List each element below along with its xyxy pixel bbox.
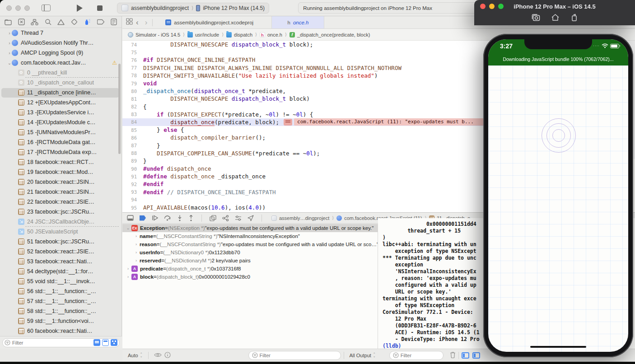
stack-frame-row[interactable]: 14 -[EXUpdatesModule c… [0, 117, 121, 127]
stop-button[interactable] [97, 5, 103, 11]
home-icon[interactable] [551, 14, 560, 21]
home-indicator[interactable] [530, 346, 586, 348]
continue-icon[interactable] [152, 215, 158, 221]
step-over-icon[interactable] [164, 215, 171, 221]
navigator-scrollbar[interactable] [118, 64, 121, 154]
line-number[interactable]: 91 [122, 174, 143, 179]
project-navigator-icon[interactable] [5, 19, 12, 25]
breakpoint-navigator-icon[interactable] [97, 19, 105, 25]
variables-scope-popup[interactable]: Auto ⌃⌄ [125, 353, 145, 358]
variable-row[interactable]: ›name = (__NSCFConstantString *) "NSInte… [122, 232, 378, 240]
disclosure-chevron-icon[interactable]: ⌄ [126, 226, 130, 230]
stack-frame-row[interactable]: 50 JSEvaluateScript [0, 227, 121, 237]
test-navigator-icon[interactable] [71, 19, 78, 25]
disclosure-chevron-icon[interactable]: › [134, 234, 138, 238]
stack-frame-row[interactable]: 57 std::__1::__function::_… [0, 296, 121, 306]
stack-frame-row[interactable]: 11 _dispatch_once [inline… [0, 88, 121, 98]
stack-frame-row[interactable]: 21 facebook::react::JSIN… [0, 187, 121, 197]
info-icon[interactable] [164, 352, 171, 359]
disclosure-chevron-icon[interactable]: › [7, 41, 12, 46]
thread-row[interactable]: ›Thread 7 [0, 28, 121, 38]
disclosure-chevron-icon[interactable]: › [134, 242, 138, 247]
line-number[interactable]: 84 [122, 119, 143, 125]
forward-button[interactable]: › [142, 19, 151, 26]
line-number[interactable]: 89 [122, 158, 143, 163]
variable-row[interactable]: ›userInfo = (__NSDictionary0 *) 0x1123db… [122, 248, 378, 257]
source-control-navigator-icon[interactable] [18, 19, 25, 25]
thread-row[interactable]: ⌄com.facebook.react.Jav…⚠ [0, 58, 121, 68]
disclosure-chevron-icon[interactable]: ⌄ [7, 61, 12, 65]
stack-frame-row[interactable]: 22 facebook::react::JSIE… [0, 197, 121, 207]
stack-frame-row[interactable]: 20 facebook::react::JSIN… [0, 177, 121, 187]
stack-frame-row[interactable]: 23 facebook::jsc::JSCRu… [0, 207, 121, 217]
breakpoints-toggle-icon[interactable] [140, 215, 146, 221]
zoom-button[interactable] [24, 5, 30, 11]
stack-frame-row[interactable]: 56 std::__1::__function::_… [0, 286, 121, 296]
stack-frame-row[interactable]: 55 void std::__1::__invok… [0, 276, 121, 286]
stack-view-toggle-icon[interactable] [102, 339, 109, 346]
stack-frame-row[interactable]: ⚙10 _dispatch_once_callout [0, 78, 121, 88]
line-number[interactable]: 94 [122, 197, 143, 202]
debug-navigator-icon[interactable] [84, 19, 91, 26]
variables-filter-input[interactable] [260, 353, 337, 358]
variable-row[interactable]: ›reason = (__NSCFConstantString *) "expo… [122, 240, 378, 248]
variables-panel-toggle-icon[interactable] [462, 352, 469, 359]
tab-once-h[interactable]: h once.h [272, 16, 324, 28]
line-number[interactable]: 92 [122, 182, 143, 187]
line-number[interactable]: 90 [122, 166, 143, 172]
quicklook-eye-icon[interactable] [154, 352, 162, 359]
line-number[interactable]: 76 [122, 57, 143, 63]
clear-console-trash-icon[interactable] [450, 351, 456, 359]
stack-frame-row[interactable]: 53 facebook::react::Nati… [0, 257, 121, 266]
line-number[interactable]: 87 [122, 143, 143, 148]
stack-frame-row[interactable]: 19 facebook::react::Mod… [0, 167, 121, 177]
line-number[interactable]: 80 [122, 89, 143, 94]
stack-frame-row[interactable]: ⚙0 __pthread_kill [0, 68, 121, 78]
stack-frame-row[interactable]: 13 -[EXUpdatesService i… [0, 107, 121, 117]
crashed-threads-toggle-icon[interactable] [111, 339, 117, 346]
console-filter-field[interactable] [389, 351, 444, 360]
line-number[interactable]: 83 [122, 112, 143, 117]
simulate-location-icon[interactable] [247, 215, 254, 221]
jump-bar-item[interactable]: Simulator - iOS 14.5 [128, 32, 180, 37]
line-number[interactable]: 81 [122, 96, 143, 102]
stack-frame-row[interactable]: 52 facebook::react::JSIE… [0, 247, 121, 257]
navigator-filter-field[interactable] [2, 338, 120, 347]
simulator-titlebar[interactable]: iPhone 12 Pro Max – iOS 14.5 [474, 0, 635, 25]
line-number[interactable]: 88 [122, 150, 143, 156]
debug-breadcrumb-item[interactable]: assembly…dingproject [271, 215, 329, 221]
line-number[interactable]: 82 [122, 104, 143, 109]
jump-bar-item[interactable]: honce.h [260, 32, 282, 37]
tab-xcodeproj[interactable]: assemblybuildingproject.xcodeproj [154, 16, 272, 28]
variable-row[interactable]: ›Apredicate = (dispatch_once_t *) 0x1037… [122, 265, 378, 273]
find-navigator-icon[interactable] [45, 19, 51, 25]
step-into-icon[interactable] [177, 215, 182, 221]
stack-frame-row[interactable]: 60 facebook::react::Nati… [0, 326, 121, 336]
disclosure-chevron-icon[interactable]: › [7, 51, 12, 56]
jump-bar-item[interactable]: usr/include [187, 32, 219, 37]
jump-bar-item[interactable]: dispatch [226, 32, 252, 37]
minimize-button[interactable] [15, 5, 21, 11]
line-number[interactable]: 77 [122, 65, 143, 70]
stack-frame-row[interactable]: 17 -[RCTModuleData exp… [0, 147, 121, 157]
stack-frame-row[interactable]: 59 std::__1::function<voi… [0, 316, 121, 326]
symbol-navigator-icon[interactable] [31, 19, 38, 25]
stack-frame-row[interactable]: 18 facebook::react::RCT… [0, 157, 121, 167]
report-navigator-icon[interactable] [111, 19, 117, 25]
hide-debug-area-icon[interactable] [127, 215, 134, 221]
stack-frame-row[interactable]: 15 -[UMNativeModulesPr… [0, 127, 121, 137]
line-number[interactable]: 93 [122, 189, 143, 195]
line-number[interactable]: 75 [122, 50, 143, 55]
jump-bar-item[interactable]: f_dispatch_once(predicate, block) [289, 32, 370, 37]
line-number[interactable]: 85 [122, 127, 143, 133]
console-output-popup[interactable]: All Output ⌃⌄ [347, 353, 378, 358]
sidebar-toggle-icon[interactable] [42, 5, 51, 11]
thread-row[interactable]: ›AVAudioSession Notify Thr… [0, 38, 121, 48]
variables-view[interactable]: ⌄ExException = (NSException *) "expo-upd… [122, 224, 378, 349]
step-out-icon[interactable] [188, 215, 194, 221]
stack-frame-row[interactable]: 58 std::__1::__function::_… [0, 306, 121, 316]
memory-graph-icon[interactable] [222, 215, 229, 221]
iphone-screen[interactable]: 3:27 ···· Downloading JavaScript bundle … [488, 39, 628, 352]
line-number[interactable]: 86 [122, 135, 143, 140]
flat-view-toggle-icon[interactable] [93, 339, 100, 346]
